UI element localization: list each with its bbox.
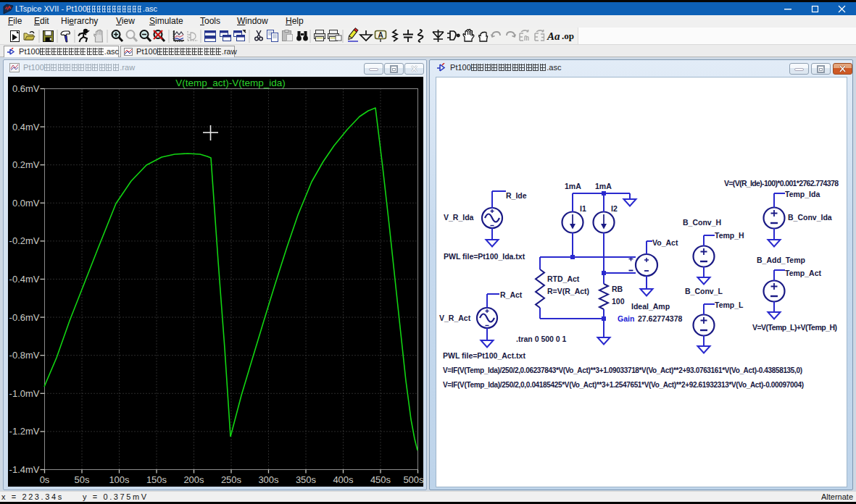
svg-text:0.2mV: 0.2mV — [12, 159, 40, 170]
svg-text:PWL file=Pt100_Ida.txt: PWL file=Pt100_Ida.txt — [444, 252, 525, 261]
svg-text:B_Conv_H: B_Conv_H — [683, 218, 721, 227]
svg-text:Temp_Ida: Temp_Ida — [785, 190, 820, 198]
svg-text:B_Add_Temp: B_Add_Temp — [757, 256, 805, 264]
svg-text:250s: 250s — [221, 474, 242, 485]
svg-text:100: 100 — [612, 297, 625, 306]
svg-text:-0.4mV: -0.4mV — [9, 274, 40, 285]
svg-text:-0.2mV: -0.2mV — [9, 235, 40, 246]
svg-text:-1.4mV: -1.4mV — [9, 464, 40, 475]
svg-text:V_R_Act: V_R_Act — [439, 314, 471, 322]
svg-text:400s: 400s — [333, 474, 354, 485]
svg-text:V=(V(R_Ide)-100)*0.001*2762.77: V=(V(R_Ide)-100)*0.001*2762.774378 — [724, 179, 839, 188]
svg-text:.tran 0 500 0 1: .tran 0 500 0 1 — [516, 335, 567, 343]
svg-text:.op: .op — [562, 30, 574, 41]
svg-text:R=V(R_Act): R=V(R_Act) — [547, 287, 589, 295]
svg-text:200s: 200s — [183, 474, 204, 485]
svg-text:-0.8mV: -0.8mV — [9, 350, 40, 361]
svg-text:R_Ide: R_Ide — [506, 191, 527, 200]
svg-text:150s: 150s — [146, 474, 167, 485]
svg-text:I1: I1 — [580, 204, 586, 213]
svg-text:B_Conv_Ida: B_Conv_Ida — [788, 213, 832, 222]
svg-text:Temp_H: Temp_H — [715, 231, 744, 240]
svg-text:V=V(Temp_L)+V(Temp_H): V=V(Temp_L)+V(Temp_H) — [752, 323, 837, 332]
svg-text:-1.0mV: -1.0mV — [9, 388, 40, 399]
svg-text:-1.2mV: -1.2mV — [9, 426, 40, 437]
svg-text:I2: I2 — [611, 204, 618, 213]
svg-text:Aa: Aa — [547, 30, 560, 42]
svg-text:Temp_L: Temp_L — [715, 301, 744, 309]
svg-text:Vo_Act: Vo_Act — [652, 238, 678, 247]
svg-text:V=IF(V(Temp_Ida)/250/2,0.06237: V=IF(V(Temp_Ida)/250/2,0.06237843*V(Vo_A… — [443, 366, 802, 374]
svg-text:100s: 100s — [109, 474, 130, 485]
svg-text:R_Act: R_Act — [500, 290, 523, 299]
svg-text:-0.6mV: -0.6mV — [9, 312, 40, 323]
svg-text:1mA: 1mA — [595, 182, 612, 190]
svg-text:0.6mV: 0.6mV — [12, 83, 40, 94]
svg-text:Ideal_Amp: Ideal_Amp — [631, 302, 670, 311]
svg-text:V(temp_act)-V(temp_ida): V(temp_act)-V(temp_ida) — [175, 77, 286, 88]
svg-text:350s: 350s — [296, 474, 317, 485]
svg-text:B_Conv_L: B_Conv_L — [685, 287, 723, 295]
svg-text:50s: 50s — [75, 474, 90, 485]
svg-text:1mA: 1mA — [565, 182, 581, 190]
svg-text:PWL file=Pt100_Act.txt: PWL file=Pt100_Act.txt — [443, 351, 525, 360]
svg-text:500s: 500s — [403, 474, 423, 485]
svg-text:0s: 0s — [40, 474, 50, 485]
svg-text:V_R_Ida: V_R_Ida — [444, 213, 474, 222]
svg-text:0.4mV: 0.4mV — [12, 122, 40, 133]
svg-text:Temp_Act: Temp_Act — [785, 269, 821, 277]
svg-text:V=IF(V(Temp_Ida)/250/2,0,0.041: V=IF(V(Temp_Ida)/250/2,0,0.04185425*V(Vo… — [443, 381, 804, 389]
svg-text:450s: 450s — [370, 474, 391, 485]
svg-text:300s: 300s — [258, 474, 279, 485]
svg-text:A: A — [378, 31, 383, 39]
svg-text:Gain: Gain — [618, 314, 634, 323]
svg-text:RTD_Act: RTD_Act — [547, 274, 580, 283]
svg-text:0.0mV: 0.0mV — [12, 198, 40, 209]
svg-text:RB: RB — [612, 285, 623, 293]
svg-text:27.62774378: 27.62774378 — [638, 314, 682, 323]
